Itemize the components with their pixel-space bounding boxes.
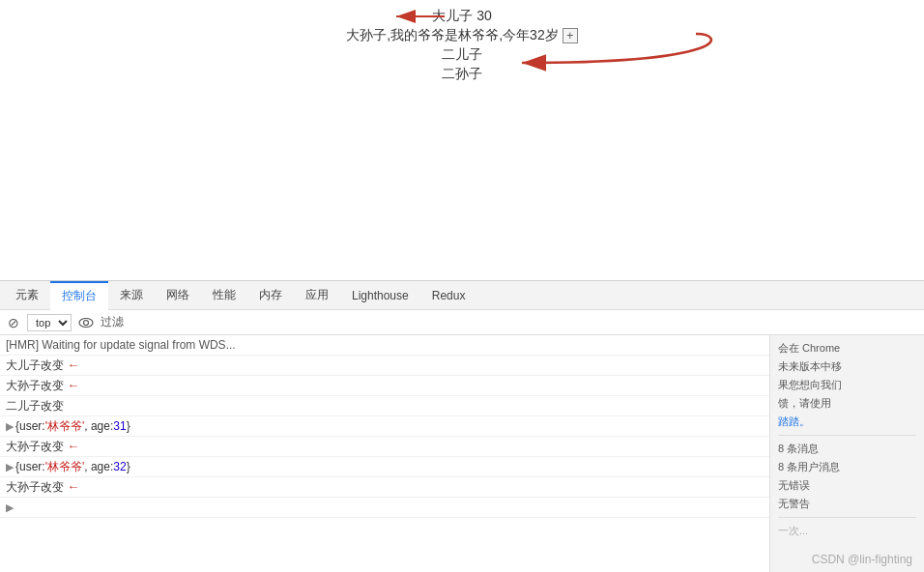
log-line-1: 大儿子改变 ←: [0, 356, 769, 376]
log-line-6: ▶ {user: '林爷爷', age: 32}: [0, 457, 769, 477]
right-divider-1: [778, 435, 916, 436]
log-line-0: [HMR] Waiting for update signal from WDS…: [0, 335, 769, 356]
log-line-2: 大孙子改变 ←: [0, 376, 769, 396]
tab-application[interactable]: 应用: [294, 281, 340, 310]
log-line-3: 二儿子改变: [0, 396, 769, 416]
right-divider-2: [778, 517, 916, 518]
context-select[interactable]: top: [27, 314, 72, 331]
log-line-5: 大孙子改变 ←: [0, 437, 769, 457]
tab-sources[interactable]: 来源: [108, 281, 155, 310]
obj-expand-icon-3[interactable]: ▶: [6, 499, 14, 516]
count-warnings: 无警告: [778, 497, 916, 511]
console-content: [HMR] Waiting for update signal from WDS…: [0, 335, 924, 572]
feedback-link[interactable]: 踏踏。: [778, 415, 916, 429]
count-messages: 8 条消息: [778, 442, 916, 456]
eye-icon[interactable]: [77, 314, 95, 331]
notice-text-1: 会在 Chrome: [778, 341, 916, 356]
devtools-tabs: 元素 控制台 来源 网络 性能 内存 应用 Lighthouse Redux: [0, 281, 924, 310]
console-log-area: [HMR] Waiting for update signal from WDS…: [0, 335, 769, 572]
devtools-toolbar: ⊘ top 过滤: [0, 310, 924, 335]
tab-elements[interactable]: 元素: [4, 281, 50, 310]
plus-button[interactable]: +: [563, 28, 578, 43]
obj-expand-icon-2[interactable]: ▶: [6, 458, 14, 475]
log-line-8: ▶: [0, 498, 769, 518]
line-erzi: 二儿子: [442, 46, 482, 64]
tab-console[interactable]: 控制台: [50, 281, 108, 310]
notice-text-4: 馈，请使用: [778, 396, 916, 411]
tab-redux[interactable]: Redux: [420, 281, 477, 310]
svg-point-4: [84, 320, 89, 325]
line-dasonzi: 大儿子 30: [432, 8, 491, 25]
main-content: 大儿子 30 大孙子,我的爷爷是林爷爷,今年32岁 + 二儿子 二孙子: [0, 0, 924, 280]
devtools-panel: 元素 控制台 来源 网络 性能 内存 应用 Lighthouse Redux ⊘…: [0, 280, 924, 572]
tab-lighthouse[interactable]: Lighthouse: [340, 281, 420, 310]
line-dasunzi: 大孙子,我的爷爷是林爷爷,今年32岁 +: [346, 27, 577, 44]
log-line-7: 大孙子改变 ←: [0, 477, 769, 498]
tab-performance[interactable]: 性能: [201, 281, 247, 310]
count-extra: 一次...: [778, 524, 916, 538]
tab-network[interactable]: 网络: [155, 281, 201, 310]
svg-point-3: [79, 318, 93, 327]
line-ersunzi: 二孙子: [442, 66, 482, 83]
tab-memory[interactable]: 内存: [247, 281, 294, 310]
watermark: CSDN @lin-fighting: [812, 553, 912, 566]
notice-text-3: 果您想向我们: [778, 378, 916, 392]
console-right-panel: 会在 Chrome 未来版本中移 果您想向我们 馈，请使用 踏踏。 8 条消息 …: [769, 335, 924, 572]
count-errors: 无错误: [778, 478, 916, 493]
content-lines: 大儿子 30 大孙子,我的爷爷是林爷爷,今年32岁 + 二儿子 二孙子: [346, 8, 577, 83]
clear-console-icon[interactable]: ⊘: [6, 315, 21, 330]
dasonzi-text: 大儿子 30: [432, 8, 491, 25]
filter-label: 过滤: [101, 314, 124, 330]
log-line-4: ▶ {user: '林爷爷', age: 31}: [0, 416, 769, 437]
count-user-messages: 8 条用户消息: [778, 460, 916, 474]
obj-expand-icon-1[interactable]: ▶: [6, 417, 14, 435]
dasunzi-text: 大孙子,我的爷爷是林爷爷,今年32岁: [346, 27, 558, 44]
notice-text-2: 未来版本中移: [778, 359, 916, 374]
